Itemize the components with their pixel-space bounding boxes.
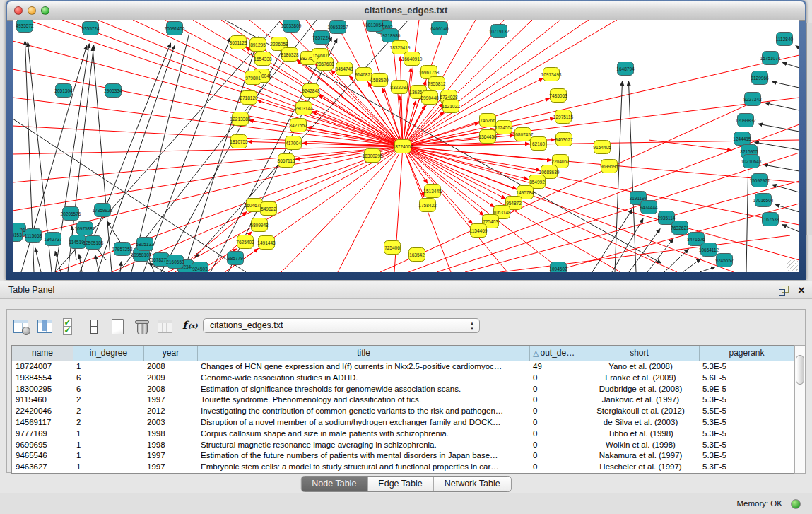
- graph-node[interactable]: 1621022: [442, 100, 460, 113]
- graph-node[interactable]: 10719132: [489, 25, 510, 38]
- graph-node[interactable]: 9227343: [743, 93, 762, 106]
- graph-node[interactable]: 1624554: [495, 121, 513, 134]
- row-height-icon[interactable]: [85, 317, 102, 335]
- graph-node[interactable]: 18300295: [363, 149, 383, 163]
- graph-node[interactable]: 12975115: [553, 110, 574, 124]
- graph-node[interactable]: 1588520: [370, 74, 389, 87]
- citation-network-graph[interactable]: 4935572935572420691406160338097857224106…: [13, 20, 799, 272]
- graph-node[interactable]: 1342737: [44, 233, 62, 246]
- graph-node[interactable]: 10210643: [741, 155, 762, 168]
- graph-node[interactable]: 2160650: [166, 255, 184, 269]
- graph-node[interactable]: 1167533: [762, 213, 779, 226]
- graph-node[interactable]: 979801: [245, 71, 261, 85]
- graph-node[interactable]: 1758422: [418, 199, 437, 212]
- table-scrollbar[interactable]: [794, 345, 806, 474]
- graph-node[interactable]: 2905334: [104, 84, 122, 98]
- graph-node[interactable]: 417004: [286, 136, 302, 150]
- graph-node[interactable]: 9154405: [593, 141, 611, 154]
- graph-node[interactable]: 985779: [228, 252, 244, 265]
- graph-node[interactable]: 1810755: [230, 135, 248, 148]
- graph-node[interactable]: 10653267: [328, 21, 348, 34]
- float-panel-icon[interactable]: [779, 286, 788, 295]
- graph-node[interactable]: 16033809: [281, 20, 302, 33]
- graph-node[interactable]: 5805133: [136, 238, 154, 251]
- graph-node[interactable]: 9474444: [640, 201, 658, 214]
- graph-node[interactable]: 20206576: [61, 207, 81, 221]
- graph-node[interactable]: 1112840: [776, 33, 794, 46]
- table-row[interactable]: 946554611997Estimation of the future num…: [12, 450, 794, 462]
- tab-edge-table[interactable]: Edge Table: [367, 477, 433, 491]
- graph-node[interactable]: 9355724: [81, 22, 100, 35]
- graph-node[interactable]: 7857224: [312, 31, 331, 45]
- graph-node[interactable]: 2051304: [54, 84, 73, 98]
- column-header-pagerank[interactable]: pagerank: [699, 346, 794, 361]
- graph-node[interactable]: 725406: [384, 241, 401, 255]
- tab-network-table[interactable]: Network Table: [433, 477, 511, 491]
- table-row[interactable]: 1938455462009Genome-wide association stu…: [12, 373, 794, 384]
- table-settings-icon[interactable]: [13, 317, 30, 335]
- graph-node[interactable]: 924503: [192, 262, 208, 273]
- graph-node[interactable]: 17359928: [93, 204, 113, 217]
- column-header-title[interactable]: title: [197, 346, 529, 361]
- scrollbar-thumb[interactable]: [796, 355, 804, 385]
- graph-node[interactable]: 12505185: [83, 236, 104, 250]
- graph-node[interactable]: 2867608: [316, 57, 334, 71]
- graph-node[interactable]: 8186328: [281, 48, 299, 62]
- table-row[interactable]: 969969511998Structural magnetic resonanc…: [12, 440, 794, 451]
- graph-node[interactable]: 7485063: [549, 89, 567, 103]
- import-table-icon[interactable]: [157, 317, 175, 335]
- delete-column-icon[interactable]: [133, 317, 151, 335]
- table-row[interactable]: 911546021997Tourette syndrome. Phenomeno…: [12, 395, 794, 406]
- table-row[interactable]: 946362711997Embryonic stem cells: a mode…: [12, 462, 794, 473]
- graph-node[interactable]: 1654338: [254, 52, 272, 66]
- graph-node[interactable]: 8667110: [278, 154, 295, 168]
- graph-node[interactable]: 1154469: [470, 224, 488, 238]
- table-row[interactable]: 1830029562008Estimation of significance …: [12, 384, 794, 395]
- graph-node[interactable]: 8427552: [289, 119, 307, 132]
- graph-node[interactable]: 17016504: [753, 194, 774, 207]
- column-header-short[interactable]: short: [579, 346, 699, 361]
- column-header-in_degree[interactable]: in_degree: [73, 346, 143, 361]
- select-attributes-icon[interactable]: ✓✓: [61, 317, 78, 335]
- tab-node-table[interactable]: Node Table: [301, 477, 367, 491]
- graph-node[interactable]: 5809948: [250, 218, 269, 232]
- column-header-name[interactable]: name: [12, 346, 73, 361]
- graph-node[interactable]: 19218986: [380, 29, 401, 42]
- graph-node[interactable]: 7625402: [236, 235, 254, 249]
- create-column-icon[interactable]: [109, 317, 126, 335]
- graph-node[interactable]: 1115668: [25, 229, 42, 243]
- graph-node[interactable]: 17957253: [112, 243, 133, 256]
- column-header-out_degree[interactable]: △out_de…: [529, 346, 579, 361]
- graph-node[interactable]: 8454749: [335, 62, 353, 76]
- graph-node[interactable]: 6466140: [430, 22, 449, 35]
- table-row[interactable]: 1456911722003Disruption of a novel membe…: [12, 417, 794, 428]
- graph-node[interactable]: 393153: [13, 228, 23, 242]
- graph-node[interactable]: 549822: [261, 202, 277, 216]
- table-row[interactable]: 977716911998Corpus callosum shape and si…: [12, 428, 794, 440]
- graph-node[interactable]: 1094502: [549, 262, 567, 273]
- graph-node[interactable]: 9699695: [600, 160, 618, 173]
- graph-node[interactable]: 8990448: [420, 91, 439, 105]
- graph-node[interactable]: 7955812: [428, 77, 446, 90]
- graph-node[interactable]: 62160: [531, 137, 547, 151]
- graph-node[interactable]: 9242848: [302, 84, 320, 98]
- graph-node[interactable]: 746266: [480, 114, 496, 127]
- graph-node[interactable]: 4935572: [16, 20, 34, 33]
- show-columns-icon[interactable]: [37, 317, 54, 335]
- graph-node[interactable]: 1244415: [733, 132, 751, 146]
- table-row[interactable]: 2242004622012Investigating the contribut…: [12, 406, 794, 417]
- graph-node[interactable]: 16640910: [402, 52, 423, 66]
- graph-node[interactable]: 9245652: [715, 254, 734, 267]
- graph-node[interactable]: 8813054: [365, 20, 384, 32]
- graph-node[interactable]: 8322037: [390, 81, 408, 94]
- graph-node[interactable]: 20691406: [165, 22, 185, 35]
- graph-node[interactable]: 7632621: [671, 221, 689, 235]
- graph-node[interactable]: 18724007: [393, 140, 413, 153]
- graph-node[interactable]: 2803144: [295, 102, 313, 115]
- graph-node[interactable]: 10973493: [541, 68, 562, 81]
- graph-node[interactable]: 15751074: [760, 52, 781, 65]
- function-builder-icon[interactable]: f(x): [181, 317, 199, 335]
- graph-node[interactable]: 10975887: [75, 222, 95, 235]
- graph-node[interactable]: 15692971: [750, 174, 770, 187]
- network-window-titlebar[interactable]: citations_edges.txt: [7, 1, 805, 21]
